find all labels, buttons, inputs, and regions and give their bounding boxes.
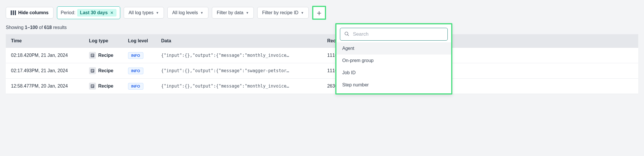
table-header-row: Time Log type Log level Data Recip bbox=[6, 34, 638, 48]
col-header-loglevel: Log level bbox=[123, 34, 156, 48]
filter-by-recipe-label: Filter by recipe ID bbox=[262, 10, 298, 15]
cell-logtype: Recipe bbox=[84, 63, 123, 79]
search-box[interactable] bbox=[340, 28, 448, 41]
svg-point-3 bbox=[345, 32, 348, 35]
filter-by-data-button[interactable]: Filter by data ▼ bbox=[212, 7, 254, 19]
period-chip: Last 30 days ✕ bbox=[77, 9, 116, 17]
hide-columns-label: Hide columns bbox=[18, 10, 49, 15]
period-value: Last 30 days bbox=[80, 10, 108, 15]
svg-rect-14 bbox=[91, 85, 93, 86]
svg-rect-2 bbox=[15, 10, 16, 15]
svg-rect-0 bbox=[11, 10, 12, 15]
hide-columns-button[interactable]: Hide columns bbox=[6, 7, 53, 19]
table-row[interactable]: 12:58.477PM, 20 Jan, 2024 Recipe INFO {"… bbox=[6, 79, 638, 94]
cell-time: 02:17.493PM, 21 Jan, 2024 bbox=[6, 63, 84, 79]
info-badge: INFO bbox=[128, 52, 143, 59]
log-types-filter[interactable]: All log types ▼ bbox=[124, 7, 164, 19]
filter-by-recipe-button[interactable]: Filter by recipe ID ▼ bbox=[257, 7, 309, 19]
col-header-time: Time bbox=[6, 34, 84, 48]
recipe-icon bbox=[89, 83, 96, 90]
chevron-down-icon: ▼ bbox=[301, 11, 304, 14]
cell-loglevel: INFO bbox=[123, 63, 156, 79]
logs-table: Time Log type Log level Data Recip 02:18… bbox=[6, 34, 638, 94]
svg-rect-6 bbox=[91, 55, 93, 55]
results-summary: Showing 1–100 of 618 results bbox=[6, 25, 638, 30]
svg-rect-1 bbox=[13, 10, 14, 15]
recipe-icon bbox=[89, 67, 96, 74]
log-types-label: All log types bbox=[129, 10, 153, 15]
table-row[interactable]: 02:18.420PM, 21 Jan, 2024 Recipe INFO {"… bbox=[6, 48, 638, 63]
chevron-down-icon: ▼ bbox=[200, 11, 203, 14]
info-badge: INFO bbox=[128, 83, 143, 90]
svg-rect-11 bbox=[91, 70, 93, 71]
menu-item-onprem-group[interactable]: On-prem group bbox=[336, 55, 451, 67]
svg-line-4 bbox=[347, 35, 349, 36]
svg-rect-8 bbox=[91, 56, 92, 56]
search-input[interactable] bbox=[352, 31, 443, 37]
chevron-down-icon: ▼ bbox=[156, 11, 159, 14]
cell-data: {"input":{},"output":{"message":"monthly… bbox=[156, 48, 322, 63]
search-icon bbox=[344, 31, 349, 37]
recipe-icon bbox=[89, 52, 96, 59]
svg-rect-12 bbox=[91, 71, 92, 72]
chevron-down-icon: ▼ bbox=[246, 11, 249, 14]
cell-logtype: Recipe bbox=[84, 79, 123, 94]
col-header-logtype: Log type bbox=[84, 34, 123, 48]
add-filter-button[interactable]: ＋ bbox=[312, 6, 326, 20]
cell-time: 02:18.420PM, 21 Jan, 2024 bbox=[6, 48, 84, 63]
toolbar: Hide columns Period: Last 30 days ✕ All … bbox=[6, 6, 638, 20]
col-header-data: Data bbox=[156, 34, 322, 48]
svg-rect-10 bbox=[91, 70, 93, 70]
menu-item-job-id[interactable]: Job ID bbox=[336, 67, 451, 79]
info-badge: INFO bbox=[128, 68, 143, 74]
menu-item-agent[interactable]: Agent bbox=[336, 42, 451, 55]
cell-logtype: Recipe bbox=[84, 48, 123, 63]
period-label: Period: bbox=[61, 10, 75, 15]
svg-rect-7 bbox=[91, 55, 93, 55]
cell-data: {"input":{},"output":{"message":"monthly… bbox=[156, 79, 322, 94]
table-row[interactable]: 02:17.493PM, 21 Jan, 2024 Recipe INFO {"… bbox=[6, 63, 638, 79]
add-filter-dropdown: Agent On-prem group Job ID Step number bbox=[335, 23, 452, 95]
cell-loglevel: INFO bbox=[123, 79, 156, 94]
menu-item-step-number[interactable]: Step number bbox=[336, 79, 451, 91]
columns-icon bbox=[11, 10, 16, 15]
cell-time: 12:58.477PM, 20 Jan, 2024 bbox=[6, 79, 84, 94]
svg-rect-15 bbox=[91, 86, 93, 86]
plus-icon: ＋ bbox=[315, 8, 323, 18]
log-levels-filter[interactable]: All log levels ▼ bbox=[167, 7, 208, 19]
svg-rect-16 bbox=[91, 87, 92, 87]
log-levels-label: All log levels bbox=[172, 10, 198, 15]
period-filter[interactable]: Period: Last 30 days ✕ bbox=[57, 6, 120, 19]
close-icon[interactable]: ✕ bbox=[110, 10, 114, 15]
filter-by-data-label: Filter by data bbox=[217, 10, 243, 15]
cell-data: {"input":{},"output":{"message":"swagger… bbox=[156, 63, 322, 79]
cell-loglevel: INFO bbox=[123, 48, 156, 63]
